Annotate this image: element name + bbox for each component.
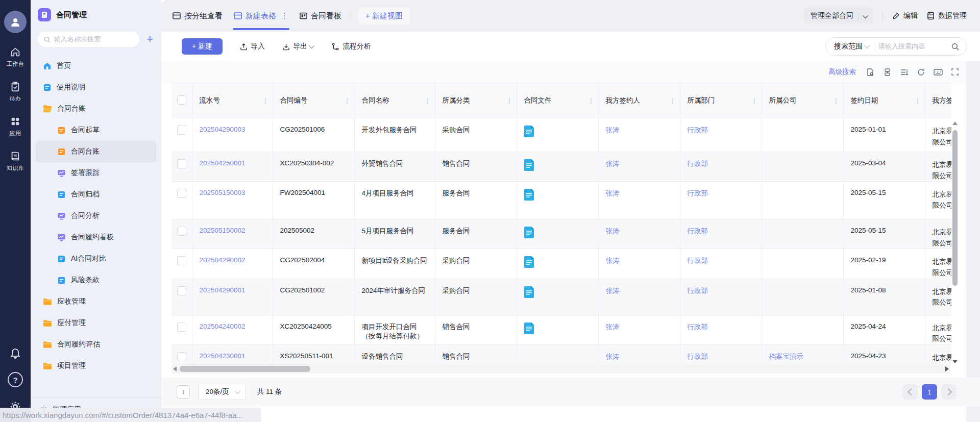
dept-link[interactable]: 行政部 xyxy=(688,189,708,197)
refresh-icon[interactable] xyxy=(917,68,925,77)
serial-link[interactable]: 202504290002 xyxy=(200,256,246,264)
page-size-select[interactable]: 20条/页 xyxy=(198,384,246,400)
serial-link[interactable]: 202504250001 xyxy=(200,159,246,167)
contract-file-icon[interactable] xyxy=(524,227,592,238)
tab-new-table[interactable]: 新建表格 ⋮ xyxy=(234,0,288,32)
column-menu-icon[interactable]: ⋮ xyxy=(262,97,268,105)
signer-link[interactable]: 张涛 xyxy=(606,227,620,235)
dept-link[interactable]: 行政部 xyxy=(688,257,708,264)
serial-link[interactable]: 202505150002 xyxy=(200,227,246,234)
tab-kanban[interactable]: 合同看板 xyxy=(300,0,341,32)
table-row[interactable]: 202504250001 XC20250304-002 外贸销售合同 销售合同 … xyxy=(172,152,951,182)
dept-link[interactable]: 行政部 xyxy=(688,287,708,294)
serial-link[interactable]: 202505150003 xyxy=(200,189,246,196)
new-record-button[interactable]: + 新建 xyxy=(182,38,223,55)
serial-link[interactable]: 202504290001 xyxy=(200,286,246,294)
signer-link[interactable]: 张涛 xyxy=(606,353,620,360)
scroll-down-arrow[interactable] xyxy=(952,360,958,363)
contract-file-icon[interactable] xyxy=(524,322,592,334)
column-header-dept[interactable]: 所属部门 xyxy=(688,96,715,105)
signer-link[interactable]: 张涛 xyxy=(606,323,620,331)
dept-link[interactable]: 行政部 xyxy=(688,227,708,235)
table-row[interactable]: 202504290001 CG202501002 2024年审计服务合同 采购合… xyxy=(172,279,951,315)
column-header-name[interactable]: 合同名称 xyxy=(362,96,389,105)
table-row[interactable]: 202505150002 202505002 5月项目服务合同 服务合同 张涛 … xyxy=(172,219,951,249)
column-header-signer[interactable]: 我方签约人 xyxy=(606,96,641,105)
row-checkbox[interactable] xyxy=(177,159,186,168)
row-checkbox[interactable] xyxy=(177,286,186,295)
column-menu-icon[interactable]: ⋮ xyxy=(751,97,757,105)
tab-group-view[interactable]: 按分组查看 xyxy=(173,0,223,32)
contract-file-icon[interactable] xyxy=(524,126,592,137)
sidebar-item-ledger[interactable]: 合同台账 xyxy=(36,141,156,162)
sidebar-item-guide[interactable]: 使用说明 xyxy=(36,77,156,98)
serial-link[interactable]: 202504230001 xyxy=(200,352,246,360)
nav-todo[interactable]: 待办 xyxy=(10,81,21,103)
signer-link[interactable]: 张涛 xyxy=(606,126,620,134)
sidebar-item-sign-track[interactable]: 签署跟踪 xyxy=(36,162,156,184)
tab-menu-icon[interactable]: ⋮ xyxy=(281,11,288,20)
sidebar-item-receivable[interactable]: 应收管理 xyxy=(36,291,156,312)
new-view-button[interactable]: + 新建视图 xyxy=(358,8,410,24)
company-link[interactable]: 档案宝演示 xyxy=(769,353,804,360)
import-button[interactable]: 导入 xyxy=(240,42,265,51)
row-checkbox[interactable] xyxy=(177,189,186,198)
nav-workbench[interactable]: 工作台 xyxy=(7,46,24,68)
sidebar-item-archive[interactable]: 合同归档 xyxy=(36,184,156,205)
column-header-date[interactable]: 签约日期 xyxy=(851,96,878,105)
scroll-up-arrow[interactable] xyxy=(952,121,958,125)
table-row[interactable]: 202504240002 XC20250424005 项目开发开口合同（按每月结… xyxy=(172,315,951,344)
row-height-toggle[interactable]: ↕ xyxy=(177,385,190,399)
sidebar-item-draft[interactable]: 合同起草 xyxy=(36,119,156,141)
nav-apps[interactable]: 应用 xyxy=(10,116,21,137)
column-menu-icon[interactable]: ⋮ xyxy=(833,97,839,105)
table-row[interactable]: 202504290002 CG202502004 新项目it设备采购合同 采购合… xyxy=(172,249,951,279)
dept-link[interactable]: 行政部 xyxy=(688,160,708,167)
row-checkbox[interactable] xyxy=(177,227,186,236)
fullscreen-icon[interactable] xyxy=(951,68,959,76)
manage-scope-dropdown[interactable]: 管理全部合同 xyxy=(804,8,873,24)
column-menu-icon[interactable]: ⋮ xyxy=(344,97,350,105)
contract-file-icon[interactable] xyxy=(524,256,592,268)
row-checkbox[interactable] xyxy=(177,352,186,361)
column-header-our-party[interactable]: 我方签约 xyxy=(933,96,952,105)
column-header-category[interactable]: 所属分类 xyxy=(443,96,470,105)
select-all-checkbox[interactable] xyxy=(177,95,186,105)
table-row[interactable]: 202504290003 CG202501006 开发外包服务合同 采购合同 张… xyxy=(172,118,951,152)
keyboard-icon[interactable] xyxy=(934,68,943,76)
sidebar-item-ai-compare[interactable]: AI合同对比 xyxy=(36,248,156,269)
column-header-code[interactable]: 合同编号 xyxy=(280,96,308,105)
column-header-serial[interactable]: 流水号 xyxy=(200,96,220,105)
contract-file-icon[interactable] xyxy=(524,189,592,201)
dept-link[interactable]: 行政部 xyxy=(688,126,708,134)
signer-link[interactable]: 张涛 xyxy=(606,160,620,167)
table-row[interactable]: 202505150003 FW202504001 4月项目服务合同 服务合同 张… xyxy=(172,182,951,219)
row-checkbox[interactable] xyxy=(177,322,186,332)
column-menu-icon[interactable]: ⋮ xyxy=(506,97,512,105)
column-menu-icon[interactable]: ⋮ xyxy=(670,97,676,105)
horizontal-scroll-thumb[interactable] xyxy=(180,366,310,372)
column-menu-icon[interactable]: ⋮ xyxy=(915,97,921,105)
sidebar-item-payable[interactable]: 应付管理 xyxy=(36,312,156,334)
scroll-left-arrow[interactable] xyxy=(173,366,177,371)
table-row[interactable]: 202504230001 XS20250511-001 设备销售合同 销售合同 … xyxy=(172,344,951,364)
column-menu-icon[interactable]: ⋮ xyxy=(588,97,594,105)
avatar[interactable] xyxy=(4,11,27,33)
sidebar-item-home[interactable]: 首页 xyxy=(36,55,156,77)
next-page-button[interactable] xyxy=(941,384,957,400)
nav-knowledge[interactable]: AI 知识库 xyxy=(7,151,24,172)
dept-link[interactable]: 行政部 xyxy=(688,323,708,331)
add-button[interactable]: + xyxy=(144,34,155,45)
sidebar-item-ledger-group[interactable]: 合同台账 xyxy=(36,98,156,119)
column-menu-icon[interactable]: ⋮ xyxy=(425,97,431,105)
column-header-company[interactable]: 所属公司 xyxy=(769,96,797,105)
row-checkbox[interactable] xyxy=(177,126,186,135)
search-scope-dropdown[interactable]: 搜索范围 xyxy=(826,42,873,51)
horizontal-scrollbar[interactable] xyxy=(172,364,950,374)
sidebar-item-performance-eval[interactable]: 合同履约评估 xyxy=(36,334,156,355)
sidebar-search-input[interactable]: 输入名称来搜索 xyxy=(38,32,139,47)
flow-analysis-button[interactable]: 流程分析 xyxy=(332,42,371,51)
contract-file-icon[interactable] xyxy=(524,159,592,171)
contract-file-icon[interactable] xyxy=(524,286,592,298)
prev-page-button[interactable] xyxy=(902,384,918,400)
